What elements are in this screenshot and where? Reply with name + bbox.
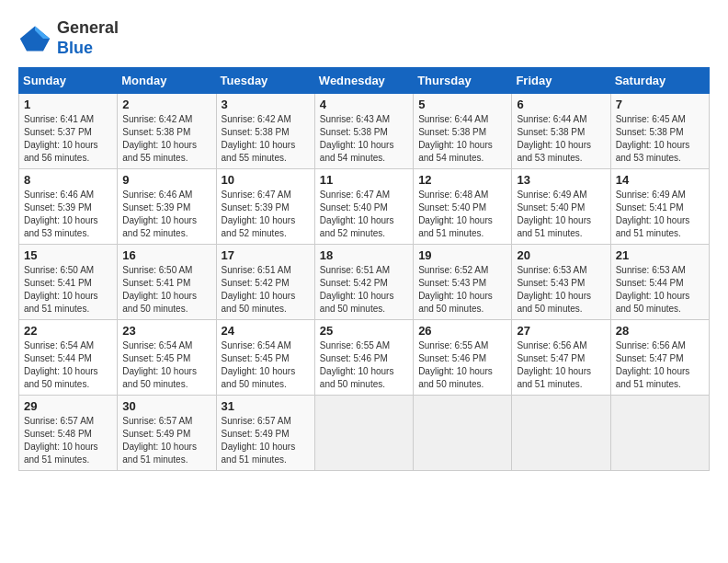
calendar-cell: 31 Sunrise: 6:57 AMSunset: 5:49 PMDaylig… <box>216 396 314 471</box>
calendar-cell: 10 Sunrise: 6:47 AMSunset: 5:39 PMDaylig… <box>216 169 314 245</box>
day-info: Sunrise: 6:55 AMSunset: 5:46 PMDaylight:… <box>320 340 394 389</box>
day-info: Sunrise: 6:43 AMSunset: 5:38 PMDaylight:… <box>320 114 394 163</box>
calendar-week-1: 1 Sunrise: 6:41 AMSunset: 5:37 PMDayligh… <box>19 94 710 169</box>
calendar-cell: 30 Sunrise: 6:57 AMSunset: 5:49 PMDaylig… <box>118 396 216 471</box>
day-info: Sunrise: 6:57 AMSunset: 5:49 PMDaylight:… <box>222 416 296 465</box>
calendar-cell: 7 Sunrise: 6:45 AMSunset: 5:38 PMDayligh… <box>610 94 709 169</box>
day-number: 5 <box>418 98 506 111</box>
weekday-header-friday: Friday <box>512 68 610 94</box>
calendar-cell: 4 Sunrise: 6:43 AMSunset: 5:38 PMDayligh… <box>314 94 413 169</box>
calendar-cell: 1 Sunrise: 6:41 AMSunset: 5:37 PMDayligh… <box>19 94 118 169</box>
day-info: Sunrise: 6:54 AMSunset: 5:45 PMDaylight:… <box>122 340 197 389</box>
calendar-cell: 23 Sunrise: 6:54 AMSunset: 5:45 PMDaylig… <box>118 320 216 396</box>
day-info: Sunrise: 6:51 AMSunset: 5:42 PMDaylight:… <box>222 265 296 314</box>
day-info: Sunrise: 6:47 AMSunset: 5:39 PMDaylight:… <box>222 190 296 238</box>
day-info: Sunrise: 6:44 AMSunset: 5:38 PMDaylight:… <box>418 114 493 163</box>
day-number: 4 <box>320 98 408 111</box>
calendar-cell: 8 Sunrise: 6:46 AMSunset: 5:39 PMDayligh… <box>19 169 118 245</box>
logo-text: General Blue <box>57 18 119 58</box>
logo-blue: Blue <box>57 39 93 57</box>
day-info: Sunrise: 6:50 AMSunset: 5:41 PMDaylight:… <box>122 265 197 314</box>
day-info: Sunrise: 6:54 AMSunset: 5:45 PMDaylight:… <box>222 340 296 389</box>
day-number: 12 <box>418 173 506 187</box>
weekday-header-thursday: Thursday <box>414 68 512 94</box>
day-number: 3 <box>222 98 310 111</box>
calendar-cell: 15 Sunrise: 6:50 AMSunset: 5:41 PMDaylig… <box>19 245 118 320</box>
weekday-header-tuesday: Tuesday <box>216 68 314 94</box>
day-number: 18 <box>320 248 408 262</box>
day-number: 29 <box>24 399 112 413</box>
day-number: 21 <box>616 248 704 262</box>
day-info: Sunrise: 6:53 AMSunset: 5:44 PMDaylight:… <box>616 265 690 314</box>
calendar-cell: 9 Sunrise: 6:46 AMSunset: 5:39 PMDayligh… <box>118 169 216 245</box>
day-number: 20 <box>517 248 605 262</box>
day-info: Sunrise: 6:41 AMSunset: 5:37 PMDaylight:… <box>24 114 98 163</box>
calendar-cell: 18 Sunrise: 6:51 AMSunset: 5:42 PMDaylig… <box>314 245 413 320</box>
calendar-week-3: 15 Sunrise: 6:50 AMSunset: 5:41 PMDaylig… <box>19 245 710 320</box>
day-info: Sunrise: 6:51 AMSunset: 5:42 PMDaylight:… <box>320 265 394 314</box>
calendar-header: SundayMondayTuesdayWednesdayThursdayFrid… <box>19 68 710 94</box>
day-number: 11 <box>320 173 408 187</box>
day-number: 31 <box>222 399 310 413</box>
weekday-header-sunday: Sunday <box>19 68 118 94</box>
day-info: Sunrise: 6:44 AMSunset: 5:38 PMDaylight:… <box>517 114 591 163</box>
day-info: Sunrise: 6:53 AMSunset: 5:43 PMDaylight:… <box>517 265 591 314</box>
calendar-week-5: 29 Sunrise: 6:57 AMSunset: 5:48 PMDaylig… <box>19 396 710 471</box>
day-number: 30 <box>122 399 210 413</box>
calendar-week-2: 8 Sunrise: 6:46 AMSunset: 5:39 PMDayligh… <box>19 169 710 245</box>
calendar-table: SundayMondayTuesdayWednesdayThursdayFrid… <box>18 67 710 471</box>
day-info: Sunrise: 6:50 AMSunset: 5:41 PMDaylight:… <box>24 265 98 314</box>
day-number: 19 <box>418 248 506 262</box>
day-number: 10 <box>222 173 310 187</box>
day-info: Sunrise: 6:57 AMSunset: 5:49 PMDaylight:… <box>122 416 197 465</box>
day-number: 16 <box>122 248 210 262</box>
logo-icon <box>18 22 51 55</box>
day-info: Sunrise: 6:57 AMSunset: 5:48 PMDaylight:… <box>24 416 98 465</box>
day-info: Sunrise: 6:42 AMSunset: 5:38 PMDaylight:… <box>222 114 296 163</box>
day-number: 9 <box>122 173 210 187</box>
calendar-cell: 25 Sunrise: 6:55 AMSunset: 5:46 PMDaylig… <box>314 320 413 396</box>
day-number: 24 <box>222 324 310 338</box>
day-info: Sunrise: 6:47 AMSunset: 5:40 PMDaylight:… <box>320 190 394 238</box>
logo-general: General <box>57 18 119 37</box>
calendar-cell: 16 Sunrise: 6:50 AMSunset: 5:41 PMDaylig… <box>118 245 216 320</box>
day-info: Sunrise: 6:48 AMSunset: 5:40 PMDaylight:… <box>418 190 493 238</box>
calendar-cell: 3 Sunrise: 6:42 AMSunset: 5:38 PMDayligh… <box>216 94 314 169</box>
calendar-cell: 20 Sunrise: 6:53 AMSunset: 5:43 PMDaylig… <box>512 245 610 320</box>
page-header: General Blue <box>18 18 710 58</box>
calendar-cell: 27 Sunrise: 6:56 AMSunset: 5:47 PMDaylig… <box>512 320 610 396</box>
calendar-cell <box>414 396 512 471</box>
calendar-cell: 13 Sunrise: 6:49 AMSunset: 5:40 PMDaylig… <box>512 169 610 245</box>
day-number: 2 <box>122 98 210 111</box>
day-number: 15 <box>24 248 112 262</box>
day-number: 7 <box>616 98 704 111</box>
day-number: 1 <box>24 98 112 111</box>
day-info: Sunrise: 6:56 AMSunset: 5:47 PMDaylight:… <box>616 340 690 389</box>
calendar-cell <box>512 396 610 471</box>
day-info: Sunrise: 6:42 AMSunset: 5:38 PMDaylight:… <box>122 114 197 163</box>
calendar-cell: 19 Sunrise: 6:52 AMSunset: 5:43 PMDaylig… <box>414 245 512 320</box>
calendar-cell: 2 Sunrise: 6:42 AMSunset: 5:38 PMDayligh… <box>118 94 216 169</box>
calendar-cell: 14 Sunrise: 6:49 AMSunset: 5:41 PMDaylig… <box>610 169 709 245</box>
day-number: 8 <box>24 173 112 187</box>
calendar-cell: 11 Sunrise: 6:47 AMSunset: 5:40 PMDaylig… <box>314 169 413 245</box>
calendar-cell: 29 Sunrise: 6:57 AMSunset: 5:48 PMDaylig… <box>19 396 118 471</box>
calendar-cell <box>610 396 709 471</box>
weekday-header-monday: Monday <box>118 68 216 94</box>
day-number: 27 <box>517 324 605 338</box>
day-info: Sunrise: 6:46 AMSunset: 5:39 PMDaylight:… <box>24 190 98 238</box>
day-info: Sunrise: 6:45 AMSunset: 5:38 PMDaylight:… <box>616 114 690 163</box>
day-number: 13 <box>517 173 605 187</box>
calendar-week-4: 22 Sunrise: 6:54 AMSunset: 5:44 PMDaylig… <box>19 320 710 396</box>
logo: General Blue <box>18 18 119 58</box>
calendar-cell <box>314 396 413 471</box>
calendar-cell: 12 Sunrise: 6:48 AMSunset: 5:40 PMDaylig… <box>414 169 512 245</box>
weekday-header-saturday: Saturday <box>610 68 709 94</box>
day-number: 6 <box>517 98 605 111</box>
day-info: Sunrise: 6:54 AMSunset: 5:44 PMDaylight:… <box>24 340 98 389</box>
calendar-cell: 6 Sunrise: 6:44 AMSunset: 5:38 PMDayligh… <box>512 94 610 169</box>
day-info: Sunrise: 6:49 AMSunset: 5:40 PMDaylight:… <box>517 190 591 238</box>
day-info: Sunrise: 6:55 AMSunset: 5:46 PMDaylight:… <box>418 340 493 389</box>
calendar-cell: 17 Sunrise: 6:51 AMSunset: 5:42 PMDaylig… <box>216 245 314 320</box>
day-number: 28 <box>616 324 704 338</box>
